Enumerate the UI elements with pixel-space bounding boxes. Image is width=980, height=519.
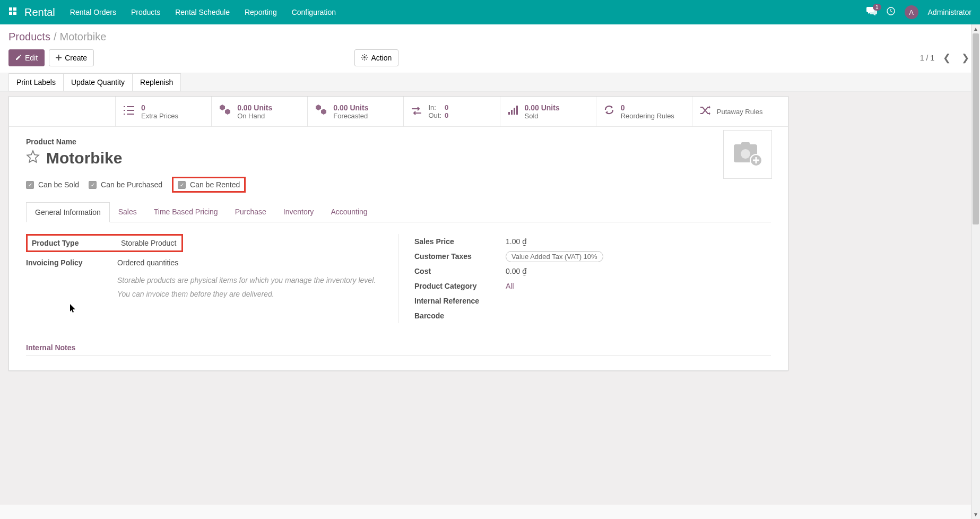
- customer-taxes-badge: Value Added Tax (VAT) 10%: [506, 251, 603, 262]
- star-icon[interactable]: [26, 150, 40, 167]
- sales-price-row: Sales Price 1.00 ₫: [414, 234, 771, 249]
- check-rented: ✓ Can be Rented: [172, 177, 246, 193]
- content-area: 0 Extra Prices 0.00 Units On Hand 0.00 U…: [0, 92, 980, 505]
- checkbox-purchased[interactable]: ✓: [89, 181, 97, 189]
- product-title: Motorbike: [46, 149, 122, 167]
- update-quantity-button[interactable]: Update Quantity: [64, 73, 133, 91]
- invoicing-label: Invoicing Policy: [26, 258, 117, 267]
- action-button[interactable]: Action: [354, 49, 398, 66]
- replenish-button[interactable]: Replenish: [133, 73, 181, 91]
- username-label[interactable]: Administrator: [928, 8, 972, 16]
- stat-on-hand[interactable]: 0.00 Units On Hand: [211, 97, 307, 126]
- edit-label: Edit: [25, 54, 38, 62]
- checkbox-sold[interactable]: ✓: [26, 181, 34, 189]
- svg-rect-7: [511, 110, 513, 115]
- svg-rect-11: [741, 142, 750, 146]
- nav-rental-orders[interactable]: Rental Orders: [70, 8, 116, 16]
- internal-ref-row: Internal Reference: [414, 293, 771, 308]
- scroll-thumb[interactable]: [973, 33, 979, 224]
- action-label: Action: [371, 54, 392, 62]
- barcode-row: Barcode: [414, 308, 771, 323]
- stat-sold[interactable]: 0.00 Units Sold: [500, 97, 596, 126]
- cost-row: Cost 0.00 ₫: [414, 264, 771, 279]
- tab-general-information[interactable]: General Information: [26, 202, 110, 222]
- stat-spacer: [9, 97, 115, 126]
- pager-next-icon[interactable]: ❯: [959, 52, 972, 64]
- product-type-label: Product Type: [28, 236, 117, 250]
- gear-icon: [361, 54, 368, 62]
- create-button[interactable]: Create: [49, 49, 94, 66]
- svg-rect-0: [9, 7, 12, 11]
- pager-prev-icon[interactable]: ❮: [941, 52, 953, 64]
- product-type-value: Storable Product: [117, 236, 181, 250]
- stat-row: 0 Extra Prices 0.00 Units On Hand 0.00 U…: [9, 97, 788, 127]
- list-icon: [123, 105, 135, 118]
- scrollbar[interactable]: ▲ ▼: [971, 24, 980, 505]
- right-column: Sales Price 1.00 ₫ Customer Taxes Value …: [414, 234, 771, 323]
- topbuttons-row: Print Labels Update Quantity Replenish: [0, 73, 980, 92]
- create-label: Create: [65, 54, 87, 62]
- checks-row: ✓ Can be Sold ✓ Can be Purchased ✓ Can b…: [26, 177, 771, 193]
- print-labels-button[interactable]: Print Labels: [8, 73, 64, 91]
- stat-sold-value: 0.00 Units: [525, 103, 560, 112]
- boxes-icon: [315, 105, 327, 118]
- nav-reporting[interactable]: Reporting: [245, 8, 277, 16]
- stat-out-label: Out:: [428, 111, 441, 119]
- control-bar: Edit Create Action 1 / 1 ❮ ❯: [0, 47, 980, 73]
- stat-in-out[interactable]: In:0 Out:0: [403, 97, 499, 126]
- clock-icon[interactable]: [887, 7, 895, 18]
- breadcrumb-current: Motorbike: [60, 31, 107, 43]
- topbar: Rental Rental Orders Products Rental Sch…: [0, 0, 980, 24]
- left-column: Product Type Storable Product Invoicing …: [26, 234, 393, 323]
- internal-ref-value: [506, 297, 771, 305]
- refresh-icon: [604, 105, 614, 118]
- check-rented-label: Can be Rented: [190, 180, 240, 189]
- nav-configuration[interactable]: Configuration: [292, 8, 336, 16]
- stat-forecasted-value: 0.00 Units: [333, 103, 368, 112]
- barcode-value: [506, 312, 771, 320]
- breadcrumb-parent[interactable]: Products: [8, 31, 50, 43]
- invoicing-row: Invoicing Policy Ordered quantities: [26, 255, 383, 270]
- stat-extra-prices[interactable]: 0 Extra Prices: [115, 97, 211, 126]
- title-row: Motorbike: [26, 149, 771, 167]
- image-placeholder[interactable]: [723, 130, 772, 179]
- tab-sales[interactable]: Sales: [110, 202, 145, 222]
- category-value[interactable]: All: [506, 282, 771, 290]
- svg-rect-9: [516, 106, 518, 115]
- column-divider: [398, 234, 398, 323]
- avatar[interactable]: A: [905, 5, 918, 19]
- nav-products[interactable]: Products: [131, 8, 160, 16]
- product-name-label: Product Name: [26, 137, 771, 146]
- customer-taxes-row: Customer Taxes Value Added Tax (VAT) 10%: [414, 249, 771, 264]
- pencil-icon: [15, 54, 22, 62]
- edit-button[interactable]: Edit: [8, 49, 45, 66]
- sales-price-label: Sales Price: [414, 237, 506, 246]
- check-purchased: ✓ Can be Purchased: [89, 180, 162, 189]
- chat-icon[interactable]: 1: [866, 7, 877, 18]
- stat-reordering[interactable]: 0 Reordering Rules: [596, 97, 692, 126]
- chat-badge: 1: [873, 4, 881, 11]
- checkbox-rented[interactable]: ✓: [178, 181, 186, 189]
- stat-on-hand-value: 0.00 Units: [237, 103, 272, 112]
- internal-notes-header: Internal Notes: [26, 343, 771, 356]
- tab-purchase[interactable]: Purchase: [227, 202, 275, 222]
- pager: 1 / 1 ❮ ❯: [920, 52, 972, 64]
- check-purchased-label: Can be Purchased: [101, 180, 162, 189]
- tab-time-based-pricing[interactable]: Time Based Pricing: [145, 202, 227, 222]
- check-sold: ✓ Can be Sold: [26, 180, 79, 189]
- stat-forecasted[interactable]: 0.00 Units Forecasted: [307, 97, 403, 126]
- invoicing-value: Ordered quantities: [117, 258, 383, 267]
- svg-rect-3: [13, 12, 16, 15]
- tab-body: Product Type Storable Product Invoicing …: [26, 222, 771, 328]
- category-label: Product Category: [414, 282, 506, 290]
- stat-putaway[interactable]: Putaway Rules: [692, 97, 788, 126]
- nav-rental-schedule[interactable]: Rental Schedule: [175, 8, 230, 16]
- stat-forecasted-label: Forecasted: [333, 112, 368, 120]
- scroll-up-icon[interactable]: ▲: [972, 24, 980, 33]
- tab-accounting[interactable]: Accounting: [322, 202, 376, 222]
- brand-label[interactable]: Rental: [24, 6, 55, 19]
- stat-reordering-label: Reordering Rules: [621, 112, 674, 120]
- sales-price-value: 1.00 ₫: [506, 237, 771, 246]
- tab-inventory[interactable]: Inventory: [275, 202, 323, 222]
- apps-icon[interactable]: [8, 7, 17, 18]
